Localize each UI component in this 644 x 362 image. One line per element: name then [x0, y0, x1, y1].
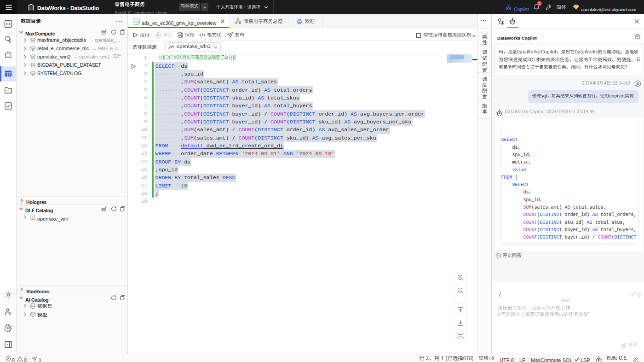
svg-text:Sq: Sq	[134, 19, 138, 23]
